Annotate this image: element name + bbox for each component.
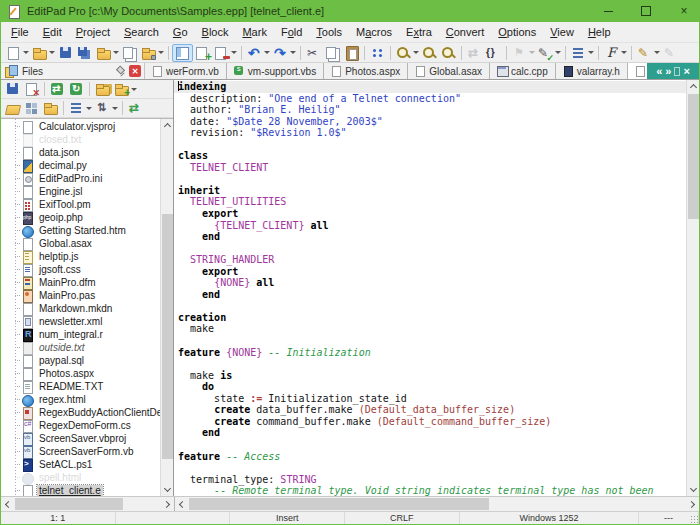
special-characters-button[interactable]	[368, 44, 387, 62]
menu-tools[interactable]: Tools	[309, 23, 349, 41]
text-layout-button[interactable]	[602, 44, 628, 62]
sort-files-dropdown-arrow[interactable]	[112, 107, 118, 110]
line-numbers-button[interactable]	[569, 44, 595, 62]
file-item-mainpro-dfm[interactable]: MainPro.dfm	[1, 276, 160, 289]
file-item-spell-html[interactable]: spell.html	[1, 471, 160, 484]
redo-button[interactable]	[271, 44, 297, 62]
file-item-getting-started-htm[interactable]: Getting Started.htm	[1, 224, 160, 237]
open-read-only-button[interactable]	[139, 44, 165, 62]
tree-scroll-down-arrow[interactable]	[161, 483, 174, 496]
pin-icon[interactable]	[115, 66, 125, 77]
refresh-files-button[interactable]	[67, 80, 86, 98]
copy-button[interactable]	[323, 44, 342, 62]
editor-scrollbar-thumb[interactable]	[688, 94, 699, 219]
editor-scroll-down-arrow[interactable]	[687, 483, 700, 496]
file-item-engine-jsl[interactable]: Engine.jsl	[1, 185, 160, 198]
tab-werform-vb[interactable]: werForm.vb	[145, 63, 227, 79]
file-item-helptip-js[interactable]: helptip.js	[1, 250, 160, 263]
file-item-mainpro-pas[interactable]: MainPro.pas	[1, 289, 160, 302]
tab-valarray-h[interactable]: valarray.h	[556, 63, 628, 79]
file-item-newsletter-xml[interactable]: newsletter.xml	[1, 315, 160, 328]
file-item-regexbuddyactionclientdem[interactable]: RegexBuddyActionClientDem	[1, 406, 160, 419]
new-file-button[interactable]	[4, 44, 30, 62]
paste-button[interactable]	[342, 44, 361, 62]
spell-check-button[interactable]	[536, 44, 562, 62]
search-options-button[interactable]	[439, 44, 458, 62]
bookmark-flags-dropdown-arrow[interactable]	[529, 51, 535, 54]
tree-scroll-right-arrow[interactable]	[161, 498, 174, 511]
new-folder-dropdown-arrow[interactable]	[131, 88, 137, 91]
search-previous-button[interactable]	[420, 44, 439, 62]
menu-mark[interactable]: Mark	[235, 23, 273, 41]
tree-scroll-up-arrow[interactable]	[161, 119, 174, 132]
tree-scroll-left-arrow[interactable]	[1, 498, 14, 511]
line-numbers-dropdown-arrow[interactable]	[588, 51, 594, 54]
editor-scroll-up-arrow[interactable]	[687, 80, 700, 93]
tree-hscrollbar-thumb[interactable]	[15, 498, 123, 510]
tab-calc-cpp[interactable]: calc.cpp	[490, 63, 556, 79]
scroll-tabs-right-button[interactable]: »	[665, 66, 671, 77]
file-item-screensaverform-vb[interactable]: ScreenSaverForm.vb	[1, 445, 160, 458]
undo-dropdown-arrow[interactable]	[264, 51, 270, 54]
menu-go[interactable]: Go	[166, 23, 195, 41]
file-item-outside-txt[interactable]: outside.txt	[1, 341, 160, 354]
editor-scroll-right-arrow[interactable]	[686, 498, 699, 511]
scroll-tabs-left-button[interactable]: «	[656, 66, 662, 77]
close-tab-button[interactable]: ×	[683, 66, 689, 77]
menu-search[interactable]: Search	[117, 23, 166, 41]
search-button[interactable]	[394, 44, 420, 62]
copy-document-button[interactable]	[120, 44, 139, 62]
folder-view-button[interactable]	[41, 99, 60, 117]
file-item-readme-txt[interactable]: README.TXT	[1, 380, 160, 393]
files-panel-close-button[interactable]: ✕	[129, 65, 141, 77]
file-item-data-json[interactable]: data.json	[1, 146, 160, 159]
open-folder-button[interactable]	[3, 99, 22, 117]
open-file-button[interactable]	[30, 44, 56, 62]
maximize-button[interactable]	[639, 4, 653, 18]
file-item-markdown-mkdn[interactable]: Markdown.mkdn	[1, 302, 160, 315]
menu-fold[interactable]: Fold	[274, 23, 309, 41]
code-editor[interactable]: indexing description: "One end of a Teln…	[174, 80, 686, 496]
file-item-editpadpro-ini[interactable]: EditPadPro.ini	[1, 172, 160, 185]
menu-view[interactable]: View	[543, 23, 581, 41]
menu-macros[interactable]: Macros	[349, 23, 399, 41]
redo-dropdown-arrow[interactable]	[290, 51, 296, 54]
tab-vm-support-vbs[interactable]: vm-support.vbs	[227, 63, 324, 79]
switch-files-button[interactable]	[126, 99, 145, 117]
file-item-geoip-php[interactable]: geoip.php	[1, 211, 160, 224]
menu-extra[interactable]: Extra	[399, 23, 439, 41]
tree-horizontal-scrollbar[interactable]	[1, 497, 175, 511]
save-button[interactable]	[56, 44, 75, 62]
open-project-dropdown-arrow[interactable]	[113, 51, 119, 54]
search-dropdown-arrow[interactable]	[413, 51, 419, 54]
file-item-exiftool-pm[interactable]: ExifTool.pm	[1, 198, 160, 211]
tab-list-button[interactable]	[674, 67, 680, 76]
file-item-jgsoft-css[interactable]: jgsoft.css	[1, 263, 160, 276]
open-read-only-dropdown-arrow[interactable]	[158, 51, 164, 54]
sort-files-button[interactable]	[93, 99, 119, 117]
file-item-closed-txt[interactable]: closed.txt	[1, 133, 160, 146]
tree-vertical-scrollbar[interactable]	[160, 119, 173, 496]
file-item-num-integral-r[interactable]: num_integral.r	[1, 328, 160, 341]
browse-folders-button[interactable]	[93, 80, 112, 98]
menu-edit[interactable]: Edit	[36, 23, 69, 41]
match-brackets-button[interactable]	[484, 44, 503, 62]
tab-global-asax[interactable]: Global.asax	[408, 63, 490, 79]
resize-grip[interactable]	[690, 515, 698, 523]
editor-hscrollbar-thumb[interactable]	[189, 498, 489, 510]
delete-file-button[interactable]	[22, 80, 41, 98]
new-tab-button[interactable]	[193, 44, 212, 62]
view-mode-dropdown-arrow[interactable]	[86, 107, 92, 110]
open-project-button[interactable]	[94, 44, 120, 62]
edit-mode-button[interactable]	[635, 44, 661, 62]
menu-file[interactable]: File	[4, 23, 36, 41]
tree-scrollbar-thumb[interactable]	[162, 214, 173, 459]
tab-photos-aspx[interactable]: Photos.aspx	[324, 63, 408, 79]
editor-vertical-scrollbar[interactable]	[686, 80, 699, 496]
compare-files-button[interactable]	[465, 44, 484, 62]
editor-scroll-left-arrow[interactable]	[175, 498, 188, 511]
text-layout-dropdown-arrow[interactable]	[621, 51, 627, 54]
editor-horizontal-scrollbar[interactable]	[175, 497, 699, 511]
panel-layout-button[interactable]	[22, 99, 41, 117]
file-item-telnet-client-e[interactable]: telnet_client.e	[1, 484, 160, 496]
